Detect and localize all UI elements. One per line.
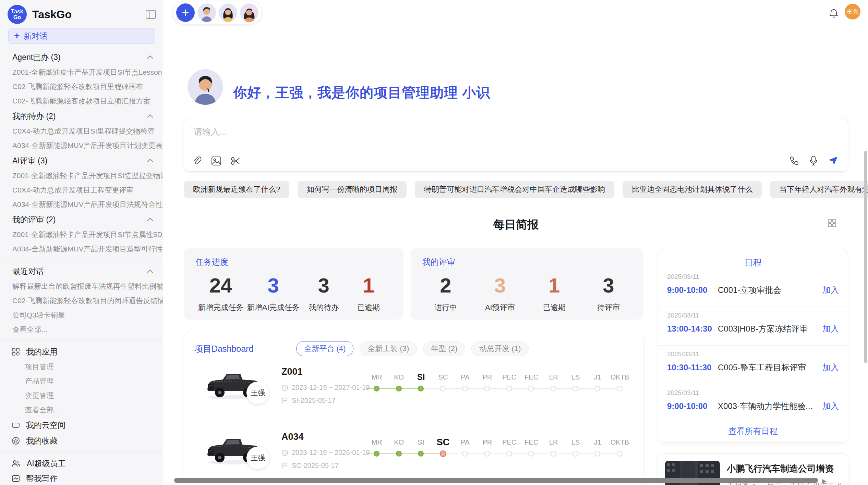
join-link[interactable]: 加入 <box>822 323 839 334</box>
schedule-date: 2025/03/11 <box>667 350 839 358</box>
schedule-time: 9:00-10:00 <box>667 401 718 411</box>
dashboard-tab[interactable]: 年型 (2) <box>423 341 465 356</box>
section-my-todo[interactable]: 我的待办 (2) <box>0 108 163 124</box>
sidebar-task-item[interactable]: C0X4-动力总成开发项目SI里程碑提交物检查 <box>0 124 163 138</box>
chat-input-box[interactable]: 请输入... <box>184 117 848 172</box>
ai-super-staff[interactable]: AI超级员工 <box>0 456 163 471</box>
image-icon[interactable] <box>212 157 221 165</box>
news-title: 小鹏飞行汽车制造公司增资 <box>727 463 834 475</box>
microphone-icon[interactable] <box>809 156 818 166</box>
project-name[interactable]: A034 <box>281 432 304 442</box>
section-recent-chats[interactable]: 最近对话 <box>0 263 163 279</box>
stat-value: 1 <box>348 274 389 297</box>
recent-view-all[interactable]: 查看全部... <box>0 322 163 337</box>
attachment-icon[interactable] <box>193 156 202 166</box>
horizontal-scrollbar[interactable] <box>174 478 818 483</box>
dashboard-tab[interactable]: 全新上装 (3) <box>360 341 417 356</box>
sidebar-task-item[interactable]: A034-全新新能源MUV产品开发项目造型可行性评审 <box>0 242 163 256</box>
avatar[interactable] <box>219 3 237 22</box>
send-icon[interactable] <box>828 156 838 165</box>
my-favorites[interactable]: 我的收藏 <box>0 433 163 449</box>
vertical-scrollbar[interactable] <box>864 151 867 363</box>
sidebar-task-item[interactable]: C02-飞腾新能源轻客改款项目里程碑画布 <box>0 79 163 94</box>
project-row[interactable]: 王强 Z001 2023-12-19 ~ 2027-01-19 SI-2025-… <box>194 366 633 421</box>
avatar[interactable] <box>240 3 258 22</box>
project-owner-badge[interactable]: 王强 <box>246 447 269 469</box>
my-apps-header[interactable]: 我的应用 <box>0 344 163 360</box>
sidebar-task-item[interactable]: Z001-全新燃油轻卡产品开发项目SI节点属性5D文件评审 <box>0 227 163 242</box>
schedule-item[interactable]: 2025/03/11 9:00-10:00 X003-车辆动力学性能验... 加… <box>658 384 848 423</box>
scroll-down-arrow[interactable]: ▼ <box>830 467 835 473</box>
sidebar-task-item[interactable]: C0X4-动力总成开发项目工程变更评审 <box>0 183 163 197</box>
apps-view-all[interactable]: 查看全部... <box>0 403 163 417</box>
card-title[interactable]: 我的评审 <box>422 257 632 268</box>
cloud-drive-icon <box>12 421 20 429</box>
schedule-title: 日程 <box>658 257 848 268</box>
new-session-button[interactable]: + <box>176 3 195 22</box>
milestone-oktb: OKTB <box>609 437 631 458</box>
schedule-item[interactable]: 2025/03/11 10:30-11:30 C005-整车工程目标评审 加入 <box>658 346 848 384</box>
chevron-up-icon[interactable] <box>147 114 153 118</box>
suggestion-chip[interactable]: 比亚迪全固态电池计划具体说了什么 <box>623 181 762 198</box>
project-current-node: SC-2025-05-17 <box>281 462 339 470</box>
app-link[interactable]: 产品管理 <box>0 374 163 388</box>
sidebar-task-item[interactable]: A034-全新新能源MUV产品开发项目计划变更表编写 <box>0 138 163 153</box>
phone-call-icon[interactable] <box>789 156 799 165</box>
stat-label: 待评审 <box>588 302 629 313</box>
notification-bell-icon[interactable] <box>829 8 839 20</box>
suggestion-chip[interactable]: 特朗普可能对进口汽车增税会对中国车企造成哪些影响 <box>415 181 614 198</box>
help-me-write[interactable]: 帮我写作 <box>0 471 163 485</box>
chevron-up-icon[interactable] <box>147 218 153 221</box>
join-link[interactable]: 加入 <box>822 285 839 296</box>
clock-icon <box>281 449 288 456</box>
section-my-review[interactable]: 我的评审 (2) <box>0 212 163 227</box>
my-cloud-label: 我的云空间 <box>26 420 65 431</box>
sidebar-task-item[interactable]: Z001-全新燃油轻卡产品开发项目SI造型提交物评审 <box>0 169 163 183</box>
project-owner-badge[interactable]: 王强 <box>246 382 269 404</box>
project-row[interactable]: 王强 A034 2023-12-19 ~ 2026-01-19 SC-2025-… <box>194 431 633 485</box>
app-link[interactable]: 项目管理 <box>0 360 163 374</box>
dashboard-title[interactable]: 项目Dashboard <box>194 343 253 355</box>
section-agent-done[interactable]: Agent已办 (3) <box>0 49 163 65</box>
sidebar-task-item[interactable]: Z001-全新燃油皮卡产品开发项目SI节点Lesson Learn报告 <box>0 65 163 79</box>
chevron-up-icon[interactable] <box>147 55 153 59</box>
app-link[interactable]: 变更管理 <box>0 388 163 403</box>
recent-chat-item[interactable]: 解释最新出台的欧盟报废车法规再生塑料比例被调至15%... <box>0 279 163 294</box>
dashboard-tab[interactable]: 全新平台 (4) <box>296 341 353 356</box>
scissors-icon[interactable] <box>231 156 240 166</box>
recent-chat-item[interactable]: C02-飞腾新能源轻客改款项目的闭环通告反馈情况 <box>0 294 163 308</box>
recent-chat-item[interactable]: 公司Q3轻卡销量 <box>0 308 163 322</box>
my-cloud-space[interactable]: 我的云空间 <box>0 417 163 433</box>
schedule-item[interactable]: 2025/03/11 9:00-10:00 C001-立项审批会 加入 <box>658 268 848 307</box>
chevron-up-icon[interactable] <box>147 159 153 162</box>
suggestion-chip[interactable]: 欧洲新规最近颁布了什么? <box>184 181 289 198</box>
view-all-schedule-link[interactable]: 查看所有日程 <box>658 426 848 437</box>
sidebar-lists: Agent已办 (3) Z001-全新燃油皮卡产品开发项目SI节点Lesson … <box>0 49 163 485</box>
milestone-pr: PR <box>476 372 498 393</box>
card-title[interactable]: 任务进度 <box>195 257 392 268</box>
new-chat-button[interactable]: + 新对话 <box>8 28 155 44</box>
sidebar-task-item[interactable]: C02-飞腾新能源轻客改款项目立项汇报方案 <box>0 94 163 108</box>
suggestion-chip[interactable]: 如何写一份清晰的项目周报 <box>298 181 407 198</box>
section-ai-review[interactable]: AI评审 (3) <box>0 153 163 169</box>
sidebar-task-item[interactable]: A034-全新新能源MUV产品开发项目法规符合性评审 <box>0 197 163 212</box>
avatar[interactable] <box>197 3 216 22</box>
project-name[interactable]: Z001 <box>281 366 303 377</box>
suggestion-chips: 欧洲新规最近颁布了什么?如何写一份清晰的项目周报特朗普可能对进口汽车增税会对中国… <box>184 181 849 198</box>
join-link[interactable]: 加入 <box>822 362 839 373</box>
scroll-right-arrow[interactable]: ▶ <box>822 477 827 485</box>
collapse-sidebar-icon[interactable] <box>146 10 156 19</box>
suggestion-chip[interactable]: 当下年轻人对汽车外观有怎样的喜好趋势 <box>770 181 868 198</box>
my-favorites-label: 我的收藏 <box>26 436 58 446</box>
milestone-pa: PA <box>454 372 476 393</box>
schedule-date: 2025/03/11 <box>667 312 839 319</box>
layout-grid-icon[interactable] <box>828 219 836 228</box>
user-avatar[interactable]: 王强 <box>845 4 860 20</box>
divider <box>0 260 163 260</box>
join-link[interactable]: 加入 <box>822 401 839 412</box>
milestone-mr: MR <box>366 372 388 393</box>
chevron-up-icon[interactable] <box>147 270 153 273</box>
dashboard-tab[interactable]: 动总开发 (1) <box>471 341 529 356</box>
schedule-date: 2025/03/11 <box>667 273 839 281</box>
schedule-item[interactable]: 2025/03/11 13:00-14:30 C003|H0B-方案冻结评审 加… <box>658 307 848 346</box>
